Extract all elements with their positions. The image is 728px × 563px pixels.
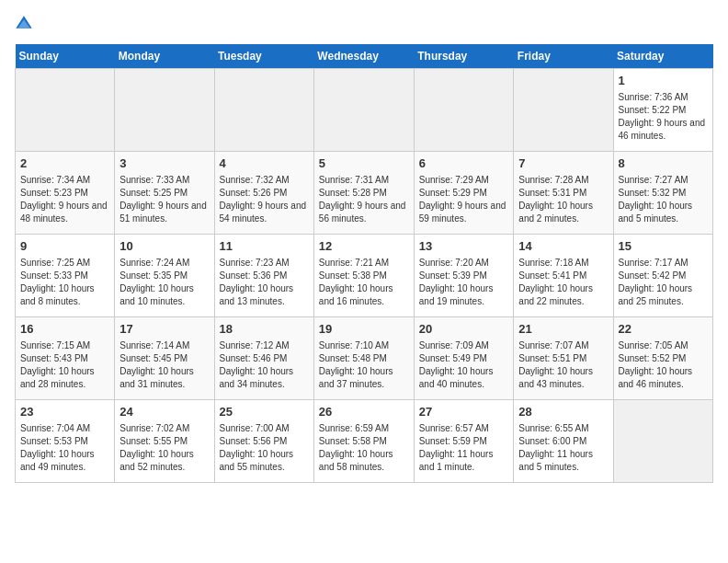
week-row-0: 1Sunrise: 7:36 AM Sunset: 5:22 PM Daylig…: [16, 69, 713, 152]
day-number: 19: [319, 321, 409, 338]
calendar-cell: 8Sunrise: 7:27 AM Sunset: 5:32 PM Daylig…: [613, 152, 713, 235]
calendar-cell: 1Sunrise: 7:36 AM Sunset: 5:22 PM Daylig…: [613, 69, 713, 152]
day-number: 3: [119, 155, 209, 172]
calendar-cell: 28Sunrise: 6:55 AM Sunset: 6:00 PM Dayli…: [514, 400, 613, 483]
day-info: Sunrise: 6:55 AM Sunset: 6:00 PM Dayligh…: [518, 422, 608, 474]
day-number: 11: [220, 238, 309, 255]
day-number: 18: [220, 321, 309, 338]
calendar-cell: 20Sunrise: 7:09 AM Sunset: 5:49 PM Dayli…: [414, 317, 514, 400]
calendar-cell: 12Sunrise: 7:21 AM Sunset: 5:38 PM Dayli…: [313, 235, 414, 317]
calendar-cell: 14Sunrise: 7:18 AM Sunset: 5:41 PM Dayli…: [514, 235, 613, 317]
day-info: Sunrise: 7:15 AM Sunset: 5:43 PM Dayligh…: [20, 339, 109, 391]
calendar-cell: [115, 69, 214, 152]
day-info: Sunrise: 7:24 AM Sunset: 5:35 PM Dayligh…: [119, 257, 209, 308]
day-info: Sunrise: 7:21 AM Sunset: 5:38 PM Dayligh…: [319, 257, 409, 308]
day-number: 17: [119, 321, 209, 338]
header-day-wednesday: Wednesday: [313, 44, 414, 69]
header-day-friday: Friday: [514, 44, 613, 69]
calendar-cell: 16Sunrise: 7:15 AM Sunset: 5:43 PM Dayli…: [16, 317, 115, 400]
week-row-2: 9Sunrise: 7:25 AM Sunset: 5:33 PM Daylig…: [16, 235, 713, 317]
day-number: 9: [20, 238, 109, 255]
day-number: 13: [419, 238, 509, 255]
week-row-4: 23Sunrise: 7:04 AM Sunset: 5:53 PM Dayli…: [16, 400, 713, 483]
calendar-cell: [313, 69, 414, 152]
calendar-cell: [613, 400, 713, 483]
day-number: 4: [220, 155, 309, 172]
calendar-table: SundayMondayTuesdayWednesdayThursdayFrid…: [15, 44, 713, 483]
day-info: Sunrise: 7:07 AM Sunset: 5:51 PM Dayligh…: [518, 339, 608, 391]
day-number: 28: [518, 404, 608, 420]
calendar-cell: 27Sunrise: 6:57 AM Sunset: 5:59 PM Dayli…: [414, 400, 514, 483]
calendar-cell: 23Sunrise: 7:04 AM Sunset: 5:53 PM Dayli…: [16, 400, 115, 483]
day-number: 14: [518, 238, 608, 255]
calendar-cell: 19Sunrise: 7:10 AM Sunset: 5:48 PM Dayli…: [313, 317, 414, 400]
calendar-cell: 6Sunrise: 7:29 AM Sunset: 5:29 PM Daylig…: [414, 152, 514, 235]
header-day-thursday: Thursday: [414, 44, 514, 69]
calendar-header: SundayMondayTuesdayWednesdayThursdayFrid…: [16, 44, 713, 69]
logo: [15, 15, 37, 33]
logo-icon: [15, 15, 33, 33]
day-number: 27: [419, 404, 509, 420]
calendar-cell: 9Sunrise: 7:25 AM Sunset: 5:33 PM Daylig…: [16, 235, 115, 317]
day-number: 23: [20, 404, 109, 420]
day-number: 6: [419, 155, 509, 172]
calendar-cell: 17Sunrise: 7:14 AM Sunset: 5:45 PM Dayli…: [115, 317, 214, 400]
header-day-monday: Monday: [115, 44, 214, 69]
day-number: 7: [518, 155, 608, 172]
day-info: Sunrise: 7:10 AM Sunset: 5:48 PM Dayligh…: [319, 339, 409, 391]
calendar-cell: [514, 69, 613, 152]
day-info: Sunrise: 7:20 AM Sunset: 5:39 PM Dayligh…: [419, 257, 509, 308]
day-info: Sunrise: 7:04 AM Sunset: 5:53 PM Dayligh…: [20, 422, 109, 474]
calendar-cell: [214, 69, 313, 152]
day-number: 5: [319, 155, 409, 172]
day-info: Sunrise: 7:34 AM Sunset: 5:23 PM Dayligh…: [20, 174, 109, 225]
calendar-body: 1Sunrise: 7:36 AM Sunset: 5:22 PM Daylig…: [16, 69, 713, 483]
week-row-1: 2Sunrise: 7:34 AM Sunset: 5:23 PM Daylig…: [16, 152, 713, 235]
calendar-cell: 24Sunrise: 7:02 AM Sunset: 5:55 PM Dayli…: [115, 400, 214, 483]
calendar-cell: 15Sunrise: 7:17 AM Sunset: 5:42 PM Dayli…: [613, 235, 713, 317]
day-info: Sunrise: 7:28 AM Sunset: 5:31 PM Dayligh…: [518, 174, 608, 225]
day-info: Sunrise: 7:18 AM Sunset: 5:41 PM Dayligh…: [518, 257, 608, 308]
day-info: Sunrise: 6:59 AM Sunset: 5:58 PM Dayligh…: [319, 422, 409, 474]
calendar-cell: 10Sunrise: 7:24 AM Sunset: 5:35 PM Dayli…: [115, 235, 214, 317]
day-info: Sunrise: 7:31 AM Sunset: 5:28 PM Dayligh…: [319, 174, 409, 225]
header-row: SundayMondayTuesdayWednesdayThursdayFrid…: [16, 44, 713, 69]
calendar-cell: 3Sunrise: 7:33 AM Sunset: 5:25 PM Daylig…: [115, 152, 214, 235]
day-info: Sunrise: 7:14 AM Sunset: 5:45 PM Dayligh…: [119, 339, 209, 391]
day-number: 22: [619, 321, 709, 338]
calendar-cell: 7Sunrise: 7:28 AM Sunset: 5:31 PM Daylig…: [514, 152, 613, 235]
day-number: 2: [20, 155, 109, 172]
calendar-cell: 25Sunrise: 7:00 AM Sunset: 5:56 PM Dayli…: [214, 400, 313, 483]
day-info: Sunrise: 7:32 AM Sunset: 5:26 PM Dayligh…: [220, 174, 309, 225]
day-info: Sunrise: 7:12 AM Sunset: 5:46 PM Dayligh…: [220, 339, 309, 391]
day-number: 15: [619, 238, 709, 255]
calendar-cell: 13Sunrise: 7:20 AM Sunset: 5:39 PM Dayli…: [414, 235, 514, 317]
day-number: 20: [419, 321, 509, 338]
day-info: Sunrise: 7:33 AM Sunset: 5:25 PM Dayligh…: [119, 174, 209, 225]
page-header: [15, 15, 713, 33]
day-info: Sunrise: 7:09 AM Sunset: 5:49 PM Dayligh…: [419, 339, 509, 391]
calendar-cell: 26Sunrise: 6:59 AM Sunset: 5:58 PM Dayli…: [313, 400, 414, 483]
day-number: 24: [119, 404, 209, 420]
calendar-cell: 21Sunrise: 7:07 AM Sunset: 5:51 PM Dayli…: [514, 317, 613, 400]
day-info: Sunrise: 7:17 AM Sunset: 5:42 PM Dayligh…: [619, 257, 709, 308]
day-number: 8: [619, 155, 709, 172]
day-info: Sunrise: 7:23 AM Sunset: 5:36 PM Dayligh…: [220, 257, 309, 308]
day-info: Sunrise: 7:05 AM Sunset: 5:52 PM Dayligh…: [619, 339, 709, 391]
day-info: Sunrise: 7:29 AM Sunset: 5:29 PM Dayligh…: [419, 174, 509, 225]
day-number: 12: [319, 238, 409, 255]
day-info: Sunrise: 6:57 AM Sunset: 5:59 PM Dayligh…: [419, 422, 509, 474]
header-day-tuesday: Tuesday: [214, 44, 313, 69]
calendar-cell: 22Sunrise: 7:05 AM Sunset: 5:52 PM Dayli…: [613, 317, 713, 400]
day-info: Sunrise: 7:00 AM Sunset: 5:56 PM Dayligh…: [220, 422, 309, 474]
header-day-saturday: Saturday: [613, 44, 713, 69]
calendar-cell: 5Sunrise: 7:31 AM Sunset: 5:28 PM Daylig…: [313, 152, 414, 235]
day-number: 26: [319, 404, 409, 420]
calendar-cell: 4Sunrise: 7:32 AM Sunset: 5:26 PM Daylig…: [214, 152, 313, 235]
day-number: 10: [119, 238, 209, 255]
calendar-cell: [414, 69, 514, 152]
week-row-3: 16Sunrise: 7:15 AM Sunset: 5:43 PM Dayli…: [16, 317, 713, 400]
calendar-cell: 11Sunrise: 7:23 AM Sunset: 5:36 PM Dayli…: [214, 235, 313, 317]
day-number: 1: [619, 73, 709, 89]
day-number: 25: [220, 404, 309, 420]
